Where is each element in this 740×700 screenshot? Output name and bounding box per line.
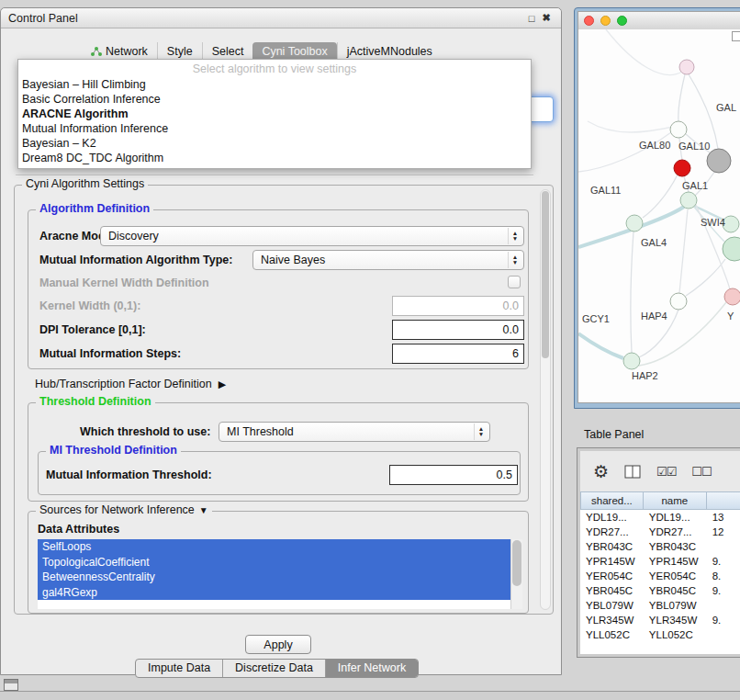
kernel-width-label: Kernel Width (0,1): (39, 299, 140, 312)
network-canvas[interactable]: GALGAL80GAL10GAL11GAL1SWI4GAL4GCY1HAP4YH… (577, 29, 740, 403)
mi-threshold-label: Mutual Information Threshold: (46, 469, 212, 481)
table-row[interactable]: YPR145WYPR145W9. (580, 554, 740, 569)
algorithm-option[interactable]: Dream8 DC_TDC Algorithm (18, 151, 531, 165)
column-header-shared[interactable]: shared... (580, 491, 644, 510)
tab-style[interactable]: Style (157, 42, 202, 61)
columns-icon[interactable] (624, 465, 641, 479)
algorithm-option[interactable]: Bayesian – K2 (18, 136, 531, 151)
network-node[interactable] (679, 60, 694, 74)
network-tab-icon (91, 46, 102, 57)
algorithm-option[interactable]: Mutual Information Inference (18, 121, 531, 136)
algorithm-option[interactable]: Bayesian – Hill Climbing (18, 77, 531, 92)
table-cell: 13 (707, 512, 740, 523)
network-edge (686, 259, 725, 296)
control-panel-window: Control Panel □ ✖ Network Style Select C… (0, 7, 562, 675)
tab-impute-data[interactable]: Impute Data (136, 660, 222, 677)
table-cell: YBR043C (580, 541, 644, 552)
node-label: GCY1 (582, 313, 610, 324)
attribute-item[interactable]: BetweennessCentrality (38, 570, 510, 585)
column-header-name[interactable]: name (644, 491, 707, 510)
sources-group: Sources for Network Inference ▼ Data Att… (28, 511, 529, 614)
settings-scrollbar[interactable] (540, 189, 551, 610)
network-view-corner-box[interactable] (732, 31, 740, 41)
table-cell: YER054C (580, 570, 644, 581)
table-panel-title: Table Panel (584, 428, 644, 441)
settings-scrollbar-thumb[interactable] (542, 191, 549, 358)
node-label: HAP2 (632, 370, 658, 381)
apply-button[interactable]: Apply (245, 635, 311, 654)
column-header-extra[interactable] (707, 491, 740, 510)
which-threshold-select[interactable]: MI Threshold ▲▼ (219, 422, 490, 442)
which-threshold-value: MI Threshold (227, 425, 294, 438)
tab-discretize-data[interactable]: Discretize Data (222, 660, 325, 677)
mi-threshold-group: MI Threshold Definition Mutual Informati… (38, 451, 521, 495)
table-row[interactable]: YDR27...YDR27...12 (580, 525, 740, 539)
node-label: GAL10 (678, 141, 710, 152)
table-cell: 9. (707, 615, 740, 626)
mi-threshold-input[interactable]: 0.5 (389, 465, 518, 485)
attributes-scrollbar[interactable] (510, 539, 522, 609)
attribute-item[interactable]: gal4RGexp (38, 585, 510, 601)
control-panel-titlebar: Control Panel □ ✖ (1, 8, 561, 28)
attributes-scrollbar-thumb[interactable] (512, 540, 521, 586)
network-node[interactable] (680, 192, 697, 209)
network-node[interactable] (670, 121, 687, 138)
node-label: SWI4 (701, 217, 725, 228)
dpi-tolerance-input[interactable]: 0.0 (392, 320, 524, 340)
table-row[interactable]: YLL052CYLL052C (580, 627, 740, 642)
table-row[interactable]: YBR043CYBR043C (580, 539, 740, 554)
tab-cyni-toolbox[interactable]: Cyni Toolbox (252, 42, 336, 61)
cyni-mode-tabs: Impute Data Discretize Data Infer Networ… (135, 659, 419, 678)
network-node[interactable] (623, 353, 640, 369)
kernel-width-input[interactable]: 0.0 (392, 296, 524, 316)
attribute-item[interactable]: SelfLoops (38, 539, 510, 555)
tab-select[interactable]: Select (202, 42, 253, 61)
hide-selected-icon[interactable]: ☐☐ (691, 465, 711, 479)
show-selected-icon[interactable]: ☑☑ (656, 465, 676, 479)
tab-discretize-data-label: Discretize Data (235, 661, 313, 674)
network-node[interactable] (707, 149, 731, 173)
algorithm-option[interactable]: Basic Correlation Inference (18, 92, 531, 107)
manual-kernel-checkbox[interactable] (508, 276, 521, 288)
table-row[interactable]: YER054CYER054C8. (580, 569, 740, 583)
table-cell: YDR27... (644, 526, 707, 537)
mi-type-select[interactable]: Naive Bayes ▲▼ (252, 250, 524, 270)
tab-infer-network-label: Infer Network (338, 661, 406, 674)
network-window-titlebar[interactable] (577, 11, 740, 29)
algorithm-popup-list: Bayesian – Hill ClimbingBasic Correlatio… (18, 77, 531, 165)
hub-definition-expander[interactable]: Hub/Transcription Factor Definition ▶ (35, 378, 226, 390)
bottom-bar (0, 691, 740, 700)
table-row[interactable]: YLR345WYLR345W9. (580, 613, 740, 627)
zoom-button[interactable] (617, 16, 627, 26)
network-view-window: GALGAL80GAL10GAL11GAL1SWI4GAL4GCY1HAP4YH… (574, 7, 740, 409)
table-row[interactable]: YBL079WYBL079W (580, 598, 740, 613)
aracne-mode-select[interactable]: Discovery ▲▼ (100, 226, 524, 246)
apply-button-label: Apply (263, 638, 292, 651)
algorithm-option[interactable]: ARACNE Algorithm (18, 107, 531, 121)
table-row[interactable]: YBR045CYBR045C9. (580, 583, 740, 598)
table-panel-window: ⚙ ☑☑ ☐☐ shared... name YDL19...YDL19...1… (577, 447, 740, 658)
close-panel-icon[interactable]: ✖ (539, 12, 554, 24)
mi-steps-input[interactable]: 6 (392, 344, 524, 364)
cyni-settings-title: Cyni Algorithm Settings (22, 177, 148, 190)
tab-jactivemnodules[interactable]: jActiveMNodules (337, 42, 442, 61)
table-cell: YBR043C (644, 541, 707, 552)
minimized-panel-icon[interactable] (4, 679, 18, 691)
algorithm-select-fragment[interactable] (528, 96, 554, 122)
tab-infer-network[interactable]: Infer Network (325, 660, 418, 677)
attribute-item[interactable]: TopologicalCoefficient (38, 555, 510, 570)
network-node[interactable] (723, 237, 740, 261)
close-button[interactable] (584, 16, 594, 26)
data-attributes-list: SelfLoopsTopologicalCoefficientBetweenne… (38, 539, 522, 609)
table-row[interactable]: YDL19...YDL19...13 (580, 510, 740, 525)
network-node[interactable] (626, 215, 643, 231)
minimize-button[interactable] (600, 16, 611, 26)
sources-group-title[interactable]: Sources for Network Inference ▼ (36, 503, 212, 516)
network-node[interactable] (670, 293, 687, 310)
network-node[interactable] (674, 160, 690, 176)
gear-icon[interactable]: ⚙ (593, 463, 609, 480)
tab-network[interactable]: Network (82, 42, 157, 61)
float-panel-icon[interactable]: □ (524, 13, 539, 24)
network-node[interactable] (724, 288, 740, 305)
combo-arrows-icon: ▲▼ (474, 423, 488, 440)
